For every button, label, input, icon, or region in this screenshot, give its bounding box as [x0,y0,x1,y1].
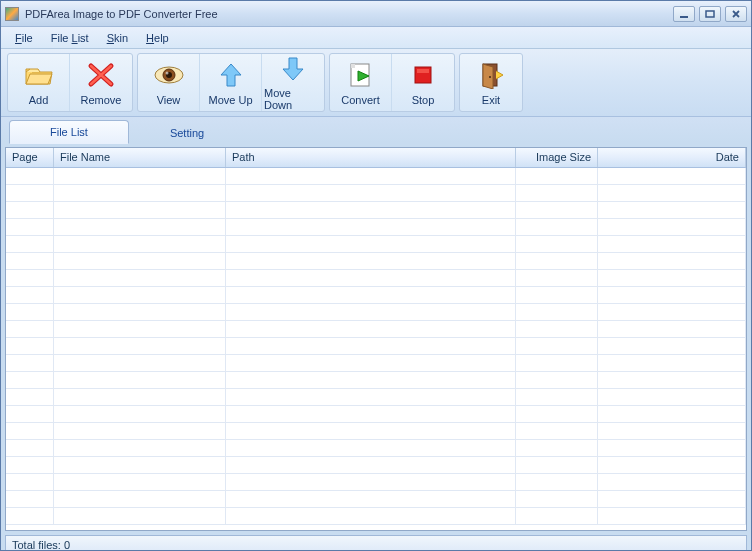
menu-filelist[interactable]: File List [43,29,97,47]
table-row[interactable] [6,168,746,185]
table-cell [598,253,746,269]
table-cell [54,457,226,473]
movedown-button[interactable]: Move Down [262,54,324,111]
table-cell [54,168,226,184]
svg-rect-8 [417,69,429,73]
table-cell [516,185,598,201]
table-row[interactable] [6,389,746,406]
column-date[interactable]: Date [598,148,746,167]
table-row[interactable] [6,338,746,355]
exit-button[interactable]: Exit [460,54,522,111]
table-cell [516,270,598,286]
table-row[interactable] [6,236,746,253]
svg-point-10 [489,76,491,78]
menu-file[interactable]: File [7,29,41,47]
eye-icon [153,60,185,90]
svg-rect-0 [680,16,688,18]
remove-button[interactable]: Remove [70,54,132,111]
app-icon [5,7,19,21]
table-row[interactable] [6,423,746,440]
table-row[interactable] [6,321,746,338]
file-grid[interactable]: Page File Name Path Image Size Date [5,147,747,531]
table-cell [226,270,516,286]
table-row[interactable] [6,304,746,321]
table-cell [54,236,226,252]
table-cell [598,202,746,218]
table-cell [6,253,54,269]
table-row[interactable] [6,253,746,270]
table-cell [598,355,746,371]
table-cell [226,372,516,388]
table-cell [598,389,746,405]
table-row[interactable] [6,287,746,304]
convert-label: Convert [341,94,380,106]
table-cell [226,202,516,218]
view-button[interactable]: View [138,54,200,111]
table-cell [226,423,516,439]
table-cell [54,474,226,490]
menu-skin[interactable]: Skin [99,29,136,47]
table-cell [54,219,226,235]
menu-help[interactable]: Help [138,29,177,47]
table-cell [226,474,516,490]
table-cell [598,236,746,252]
table-row[interactable] [6,440,746,457]
arrow-down-icon [277,55,309,83]
table-cell [6,338,54,354]
add-label: Add [29,94,49,106]
table-cell [226,253,516,269]
content-area: Page File Name Path Image Size Date [1,143,751,535]
table-row[interactable] [6,355,746,372]
table-cell [516,321,598,337]
close-icon [731,10,741,18]
table-row[interactable] [6,202,746,219]
column-path[interactable]: Path [226,148,516,167]
table-cell [54,185,226,201]
table-cell [516,355,598,371]
convert-button[interactable]: Convert [330,54,392,111]
table-row[interactable] [6,491,746,508]
table-cell [516,236,598,252]
column-page[interactable]: Page [6,148,54,167]
moveup-button[interactable]: Move Up [200,54,262,111]
tab-filelist[interactable]: File List [9,120,129,144]
column-filename[interactable]: File Name [54,148,226,167]
svg-point-5 [165,71,168,74]
table-cell [516,389,598,405]
titlebar: PDFArea Image to PDF Converter Free [1,1,751,27]
add-button[interactable]: Add [8,54,70,111]
table-cell [598,338,746,354]
table-cell [6,321,54,337]
close-button[interactable] [725,6,747,22]
toolbar: Add Remove View Move Up Move Down [1,49,751,117]
minimize-button[interactable] [673,6,695,22]
table-cell [6,236,54,252]
table-cell [54,508,226,524]
table-cell [6,168,54,184]
table-cell [516,508,598,524]
table-cell [6,457,54,473]
table-cell [598,372,746,388]
table-row[interactable] [6,270,746,287]
tab-setting[interactable]: Setting [129,121,245,144]
table-cell [54,202,226,218]
table-cell [226,491,516,507]
maximize-button[interactable] [699,6,721,22]
stop-button[interactable]: Stop [392,54,454,111]
table-cell [226,287,516,303]
door-exit-icon [475,60,507,90]
column-imagesize[interactable]: Image Size [516,148,598,167]
table-row[interactable] [6,372,746,389]
table-row[interactable] [6,457,746,474]
table-cell [54,406,226,422]
table-row[interactable] [6,474,746,491]
table-row[interactable] [6,219,746,236]
table-cell [54,423,226,439]
table-cell [6,185,54,201]
table-cell [54,287,226,303]
table-row[interactable] [6,508,746,525]
table-row[interactable] [6,406,746,423]
table-cell [516,423,598,439]
table-row[interactable] [6,185,746,202]
grid-body[interactable] [6,168,746,530]
